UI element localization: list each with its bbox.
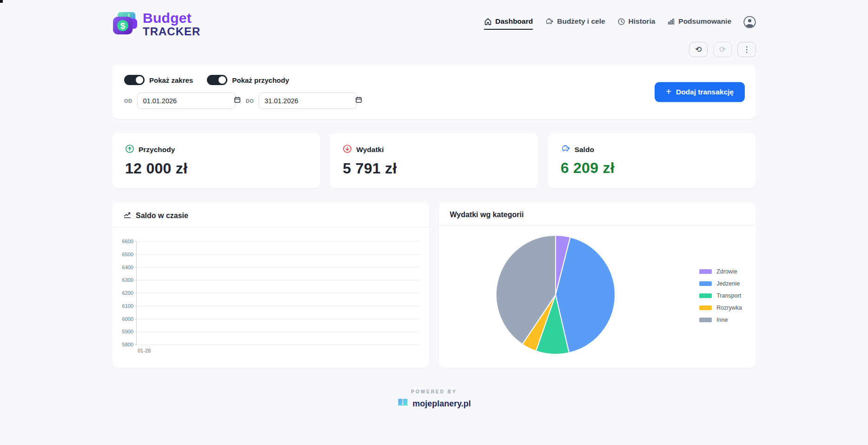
toggle-row: Pokaż zakres Pokaż przychody bbox=[124, 75, 744, 85]
axis-tick bbox=[135, 345, 137, 345]
arrow-down-circle-icon bbox=[343, 144, 352, 155]
stat-card-balance: Saldo 6 209 zł bbox=[548, 133, 756, 188]
nav-label: Dashboard bbox=[495, 17, 533, 26]
charts-row: Saldo w czasie 6600650064006300620061006… bbox=[112, 202, 756, 368]
more-options-button[interactable]: ⋮ bbox=[737, 42, 756, 57]
legend-item: Rozrywka bbox=[699, 305, 742, 311]
stat-card-income: Przychody 12 000 zł bbox=[112, 133, 320, 188]
nav-label: Historia bbox=[629, 17, 656, 26]
stat-label: Wydatki bbox=[356, 146, 384, 154]
y-tick-label: 6300 bbox=[122, 277, 133, 283]
legend-swatch bbox=[699, 281, 712, 286]
legend-label: Zdrowie bbox=[716, 268, 737, 275]
home-icon bbox=[484, 18, 492, 26]
grid-line bbox=[137, 319, 419, 319]
axis-tick bbox=[135, 267, 137, 268]
y-tick-label: 6200 bbox=[122, 290, 133, 296]
open-book-icon bbox=[397, 398, 409, 410]
kebab-menu-icon: ⋮ bbox=[743, 45, 751, 54]
axis-tick bbox=[135, 280, 137, 280]
legend-label: Inne bbox=[716, 317, 728, 323]
legend-item: Inne bbox=[699, 317, 742, 323]
clock-icon bbox=[617, 18, 625, 26]
plus-icon: + bbox=[666, 86, 671, 97]
pie-chart-title: Wydatki wg kategorii bbox=[450, 211, 524, 219]
grid-line bbox=[137, 293, 419, 293]
axis-tick bbox=[135, 306, 137, 306]
toggle-show-range[interactable]: Pokaż zakres bbox=[124, 75, 193, 85]
stat-label: Saldo bbox=[575, 146, 594, 154]
expenses-by-category-card: Wydatki wg kategorii ZdrowieJedzenieTran… bbox=[439, 202, 756, 368]
nav-item-budgets[interactable]: Budżety i cele bbox=[545, 17, 605, 30]
date-from-input[interactable] bbox=[137, 93, 236, 109]
brand-name: mojeplanery.pl bbox=[412, 399, 471, 409]
logo-line2: TRACKER bbox=[143, 26, 200, 37]
date-to-input[interactable] bbox=[258, 93, 357, 109]
legend-label: Jedzenie bbox=[716, 280, 740, 287]
logo-line1: Budget bbox=[143, 11, 200, 25]
toggle-label: Pokaż zakres bbox=[149, 76, 193, 84]
redo-icon: ⟳ bbox=[719, 45, 726, 54]
footer-brand[interactable]: mojeplanery.pl bbox=[112, 398, 756, 410]
nav-item-history[interactable]: Historia bbox=[617, 17, 656, 30]
calendar-icon[interactable] bbox=[355, 96, 362, 105]
line-chart-icon bbox=[123, 211, 132, 221]
pie-chart-area[interactable]: ZdrowieJedzenieTransportRozrywkaInne bbox=[439, 226, 756, 368]
add-transaction-label: Dodaj transakcję bbox=[676, 88, 734, 96]
piggy-bank-icon bbox=[561, 144, 570, 155]
user-avatar-icon[interactable] bbox=[743, 16, 756, 30]
legend-swatch bbox=[699, 318, 712, 322]
axis-tick bbox=[135, 332, 137, 332]
legend-label: Rozrywka bbox=[716, 305, 742, 311]
line-chart-plot: 66006500640063006200610060005900580001-2… bbox=[136, 241, 419, 345]
app-logo[interactable]: $ Budget TRACKER bbox=[112, 11, 200, 37]
legend-item: Jedzenie bbox=[699, 280, 742, 287]
y-tick-label: 6600 bbox=[122, 239, 133, 244]
toggle-show-income[interactable]: Pokaż przychody bbox=[207, 75, 289, 85]
redo-button[interactable]: ⟳ bbox=[713, 42, 732, 57]
page-container: $ Budget TRACKER Dashboard bbox=[112, 0, 756, 410]
axis-tick bbox=[135, 241, 137, 242]
date-to-group: DO bbox=[246, 93, 358, 109]
legend-item: Zdrowie bbox=[699, 268, 742, 275]
grid-line bbox=[137, 267, 419, 268]
y-tick-label: 6100 bbox=[122, 303, 133, 309]
date-from-value[interactable] bbox=[143, 97, 230, 105]
grid-line bbox=[137, 280, 419, 280]
date-to-value[interactable] bbox=[265, 97, 351, 105]
toolbar: ⟲ ⟳ ⋮ bbox=[112, 42, 756, 57]
balance-over-time-card: Saldo w czasie 6600650064006300620061006… bbox=[112, 202, 430, 368]
toggle-label: Pokaż przychody bbox=[232, 76, 289, 84]
nav-item-summary[interactable]: Podsumowanie bbox=[667, 17, 731, 30]
grid-line bbox=[137, 332, 419, 332]
legend-swatch bbox=[699, 293, 712, 298]
powered-by-label: POWERED BY bbox=[112, 389, 756, 394]
undo-icon: ⟲ bbox=[695, 45, 702, 54]
nav-item-dashboard[interactable]: Dashboard bbox=[484, 17, 533, 30]
calendar-icon[interactable] bbox=[234, 96, 241, 105]
window-corner-artifact bbox=[0, 0, 3, 3]
line-chart-title: Saldo w czasie bbox=[136, 212, 188, 220]
footer: POWERED BY mojeplanery.pl bbox=[112, 389, 756, 410]
wallet-logo-icon: $ bbox=[112, 11, 138, 37]
y-tick-label: 6500 bbox=[122, 252, 133, 257]
grid-line bbox=[137, 306, 419, 306]
y-tick-label: 6400 bbox=[122, 265, 133, 270]
grid-line bbox=[137, 345, 419, 345]
pie-chart[interactable] bbox=[495, 234, 616, 356]
stat-value-balance: 6 209 zł bbox=[561, 159, 743, 177]
grid-line bbox=[137, 241, 419, 242]
toggle-switch[interactable] bbox=[124, 75, 145, 85]
legend-swatch bbox=[699, 269, 712, 274]
legend-item: Transport bbox=[699, 292, 742, 299]
toggle-switch[interactable] bbox=[207, 75, 227, 85]
piggy-bank-icon bbox=[545, 18, 554, 26]
stat-value-expenses: 5 791 zł bbox=[343, 160, 525, 177]
add-transaction-button[interactable]: + Dodaj transakcję bbox=[655, 82, 745, 102]
line-chart-area[interactable]: 66006500640063006200610060005900580001-2… bbox=[112, 227, 430, 368]
axis-tick bbox=[135, 293, 137, 293]
date-range-row: OD DO bbox=[124, 93, 744, 109]
undo-button[interactable]: ⟲ bbox=[689, 42, 708, 57]
legend-swatch bbox=[699, 306, 712, 310]
y-tick-label: 5900 bbox=[122, 329, 133, 334]
